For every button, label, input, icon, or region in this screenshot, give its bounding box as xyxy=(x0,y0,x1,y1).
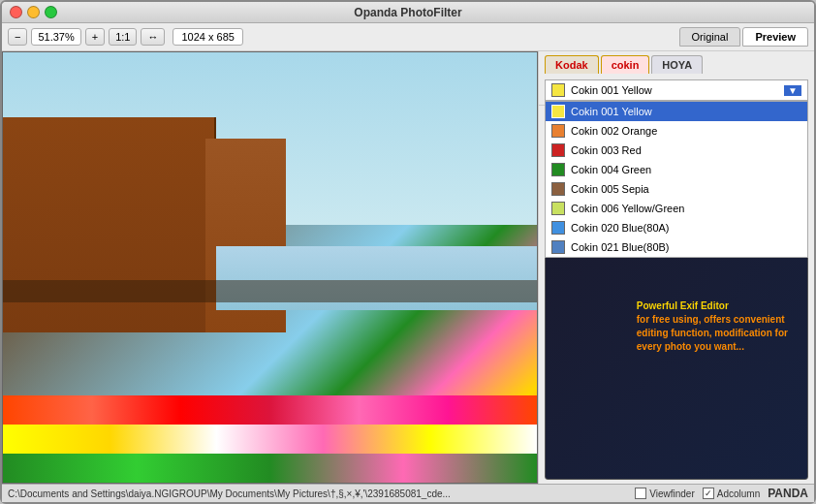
flower-row1 xyxy=(3,395,537,425)
ad-headline-text: Powerful Exif Editor xyxy=(637,300,729,311)
tab-kodak[interactable]: Kodak xyxy=(545,55,599,74)
zoom-out-button[interactable]: − xyxy=(8,28,27,46)
main-window: Opanda PhotoFilter − 51.37% + 1:1 ↔ 1024… xyxy=(0,0,816,504)
photo-flowers xyxy=(3,289,537,483)
dropdown-item[interactable]: Cokin 003 Red xyxy=(546,141,807,160)
dropdown-arrow-icon[interactable]: ▼ xyxy=(784,85,801,96)
viewfinder-check: Viewfinder xyxy=(635,488,695,499)
item-label: Cokin 005 Sepia xyxy=(571,183,649,195)
maximize-button[interactable] xyxy=(45,6,57,18)
item-color-swatch xyxy=(551,105,565,118)
selected-color-swatch xyxy=(551,83,565,97)
zoom-value: 51.37% xyxy=(31,28,80,46)
dropdown-item[interactable]: Cokin 005 Sepia xyxy=(546,179,807,199)
filter-dropdown-container: Cokin 001 Yellow ▼ Cokin 001 YellowCokin… xyxy=(545,79,808,101)
item-color-swatch xyxy=(551,221,565,235)
view-tabs: Original Preview xyxy=(679,27,809,47)
flower-row2 xyxy=(3,425,537,454)
item-color-swatch xyxy=(551,143,565,157)
dropdown-item[interactable]: Cokin 002 Orange xyxy=(546,121,807,141)
adcolumn-checkbox[interactable]: ✓ xyxy=(703,488,714,499)
dropdown-item[interactable]: Cokin 004 Green xyxy=(546,160,807,179)
item-label: Cokin 002 Orange xyxy=(571,125,657,137)
item-label: Cokin 001 Yellow xyxy=(571,106,652,117)
item-label: Cokin 006 Yellow/Green xyxy=(571,203,684,214)
toolbar: − 51.37% + 1:1 ↔ 1024 x 685 Original Pre… xyxy=(2,23,814,51)
right-panel: Kodak cokin HOYA Cokin 001 Yellow ▼ Coki… xyxy=(538,51,814,484)
viewfinder-label: Viewfinder xyxy=(649,488,695,499)
item-color-swatch xyxy=(551,163,565,176)
selected-filter-label: Cokin 001 Yellow xyxy=(571,84,652,96)
item-label: Cokin 020 Blue(80A) xyxy=(571,222,670,234)
status-bar: C:\Documents and Settings\daiya.NGIGROUP… xyxy=(2,484,814,502)
photo-preview xyxy=(3,52,537,483)
item-label: Cokin 003 Red xyxy=(571,144,642,156)
close-button[interactable] xyxy=(10,6,22,18)
dropdown-item[interactable]: Cokin 001 Yellow xyxy=(546,102,807,121)
item-color-swatch xyxy=(551,202,565,215)
dropdown-item[interactable]: Cokin 006 Yellow/Green xyxy=(546,199,807,218)
item-color-swatch xyxy=(551,182,565,196)
image-size: 1024 x 685 xyxy=(173,28,242,46)
status-path: C:\Documents and Settings\daiya.NGIGROUP… xyxy=(8,488,627,499)
window-controls xyxy=(10,6,57,18)
filter-dropdown-list: Cokin 001 YellowCokin 002 OrangeCokin 00… xyxy=(545,101,808,258)
item-label: Cokin 004 Green xyxy=(571,164,651,175)
filter-dropdown-area: Cokin 001 Yellow ▼ Cokin 001 YellowCokin… xyxy=(539,74,814,103)
zoom-fit-button[interactable]: ↔ xyxy=(141,28,165,46)
ad-headline: Powerful Exif Editor for free using, off… xyxy=(637,299,801,354)
zoom-reset-button[interactable]: 1:1 xyxy=(109,28,137,46)
item-color-swatch xyxy=(551,240,565,254)
title-bar: Opanda PhotoFilter xyxy=(2,2,814,23)
dropdown-item[interactable]: Cokin 020 Blue(80A) xyxy=(546,218,807,237)
panda-logo: PANDA xyxy=(768,487,808,500)
minimize-button[interactable] xyxy=(27,6,40,18)
filter-tabs: Kodak cokin HOYA xyxy=(539,51,814,74)
tab-original[interactable]: Original xyxy=(679,27,741,47)
dropdown-item[interactable]: Cokin 021 Blue(80B) xyxy=(546,237,807,257)
tab-preview[interactable]: Preview xyxy=(742,27,808,47)
zoom-in-button[interactable]: + xyxy=(85,28,105,46)
item-color-swatch xyxy=(551,124,565,138)
adcolumn-check: ✓ Adcolumn xyxy=(703,488,760,499)
tab-cokin[interactable]: cokin xyxy=(601,55,650,74)
main-content: Kodak cokin HOYA Cokin 001 Yellow ▼ Coki… xyxy=(2,51,814,484)
filter-dropdown-selected[interactable]: Cokin 001 Yellow ▼ xyxy=(545,79,808,101)
viewfinder-checkbox[interactable] xyxy=(635,488,646,499)
ad-body-text: for free using, offers convenient editin… xyxy=(637,314,788,352)
window-title: Opanda PhotoFilter xyxy=(354,6,461,19)
image-panel xyxy=(2,51,538,484)
tab-hoya[interactable]: HOYA xyxy=(651,55,703,74)
item-label: Cokin 021 Blue(80B) xyxy=(571,241,670,253)
adcolumn-label: Adcolumn xyxy=(717,488,760,499)
flower-row3 xyxy=(3,454,537,483)
